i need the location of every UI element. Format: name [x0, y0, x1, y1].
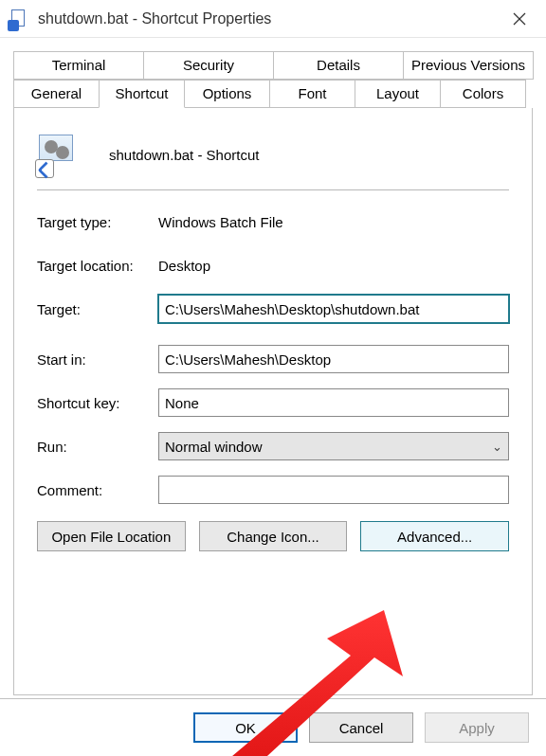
shortcut-key-input[interactable]	[158, 388, 509, 417]
tab-security[interactable]: Security	[143, 51, 274, 80]
shortcut-name-text: shutdown.bat - Shortcut	[109, 147, 259, 163]
shortcut-key-label: Shortcut key:	[37, 395, 158, 411]
advanced-button[interactable]: Advanced...	[360, 521, 509, 551]
tab-colors[interactable]: Colors	[440, 80, 526, 108]
close-icon	[513, 12, 526, 26]
shortcut-header: shutdown.bat - Shortcut	[37, 133, 509, 176]
run-select[interactable]: Normal window ⌄	[158, 432, 509, 460]
tab-general[interactable]: General	[13, 80, 100, 108]
target-input[interactable]	[158, 295, 509, 323]
action-button-row: Open File Location Change Icon... Advanc…	[37, 521, 509, 551]
ok-button[interactable]: OK	[193, 712, 298, 743]
change-icon-button[interactable]: Change Icon...	[199, 521, 348, 551]
target-location-value: Desktop	[158, 258, 509, 274]
tab-options[interactable]: Options	[184, 80, 270, 108]
properties-window: shutdown.bat - Shortcut Properties Termi…	[0, 0, 546, 756]
cancel-button[interactable]: Cancel	[309, 712, 413, 743]
chevron-down-icon: ⌄	[492, 440, 502, 454]
run-select-value: Normal window	[165, 439, 263, 455]
tab-terminal[interactable]: Terminal	[13, 51, 144, 80]
tab-font[interactable]: Font	[269, 80, 355, 108]
start-in-label: Start in:	[37, 351, 158, 368]
tab-details[interactable]: Details	[273, 51, 404, 80]
divider	[37, 189, 509, 190]
tab-shortcut[interactable]: Shortcut	[99, 80, 185, 108]
target-type-label: Target type:	[37, 214, 158, 230]
close-button[interactable]	[500, 5, 538, 33]
target-type-value: Windows Batch File	[158, 214, 509, 230]
start-in-input[interactable]	[158, 345, 509, 373]
tab-panel-shortcut: shutdown.bat - Shortcut Target type: Win…	[13, 108, 533, 695]
open-file-location-button[interactable]: Open File Location	[37, 521, 186, 551]
run-label: Run:	[37, 439, 158, 455]
apply-button[interactable]: Apply	[425, 712, 529, 743]
titlebar: shutdown.bat - Shortcut Properties	[0, 0, 546, 38]
tab-row-top: Terminal Security Details Previous Versi…	[13, 51, 533, 80]
dialog-button-bar: OK Cancel Apply	[0, 698, 546, 756]
target-label: Target:	[37, 301, 158, 317]
window-title: shutdown.bat - Shortcut Properties	[38, 10, 500, 27]
target-location-label: Target location:	[37, 258, 158, 274]
tab-previous-versions[interactable]: Previous Versions	[403, 51, 534, 80]
shortcut-file-icon	[37, 133, 81, 176]
tab-row-bottom: General Shortcut Options Font Layout Col…	[13, 80, 533, 108]
comment-input[interactable]	[158, 476, 509, 504]
window-icon	[9, 9, 30, 29]
tabs-area: Terminal Security Details Previous Versi…	[0, 38, 546, 695]
comment-label: Comment:	[37, 482, 158, 498]
tab-layout[interactable]: Layout	[355, 80, 441, 108]
